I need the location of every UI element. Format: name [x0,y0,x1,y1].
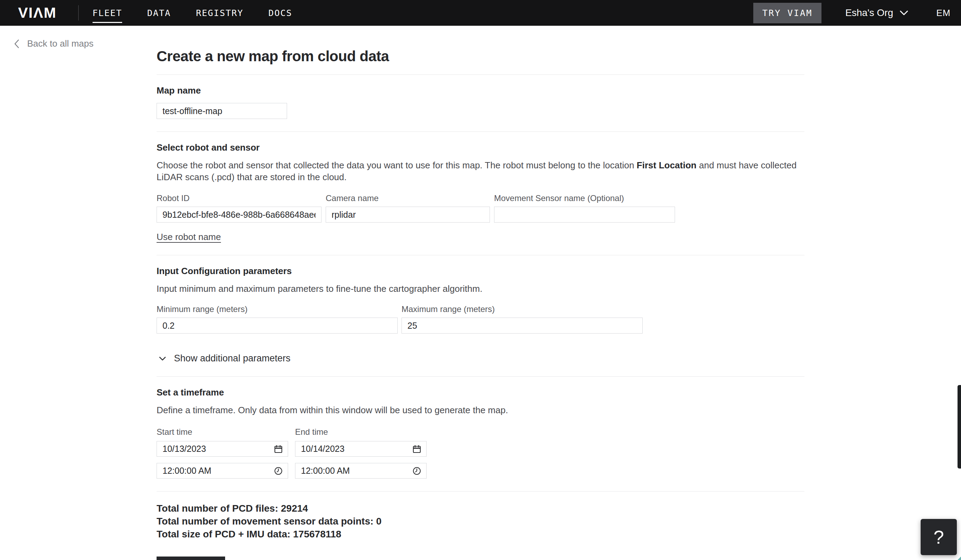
config-params-description: Input minimum and maximum parameters to … [157,283,804,295]
robot-id-field: Robot ID [157,193,321,223]
max-range-input[interactable] [402,318,643,334]
section-robot-sensor: Select robot and sensor Choose the robot… [157,132,804,255]
end-time-input[interactable]: 12:00:00 AM [295,463,427,478]
start-time-label: Start time [157,427,288,437]
end-date-input[interactable]: 10/14/2023 [295,441,427,457]
max-range-field: Maximum range (meters) [402,304,643,334]
location-name: First Location [637,160,697,170]
primary-nav: FLEET DATA REGISTRY DOCS [93,0,317,26]
start-time-input[interactable]: 12:00:00 AM [157,463,288,478]
total-pcd-files: Total number of PCD files: 29214 [157,502,804,515]
use-robot-name-link[interactable]: Use robot name [157,232,221,242]
robot-sensor-heading: Select robot and sensor [157,142,804,153]
min-range-field: Minimum range (meters) [157,304,398,334]
calendar-icon [412,444,421,454]
camera-name-label: Camera name [326,193,490,203]
viam-logo[interactable]: VIΛM [18,5,57,21]
end-time-value: 12:00:00 AM [301,466,350,476]
section-config-params: Input Configuration parameters Input min… [157,255,804,377]
chevron-left-icon [14,39,19,49]
timeframe-description: Define a timeframe. Only data from withi… [157,404,804,416]
end-time-label: End time [295,427,427,437]
show-additional-parameters-label: Show additional parameters [174,353,291,364]
start-date-value: 10/13/2023 [162,444,206,454]
camera-name-input[interactable] [326,207,490,223]
section-timeframe: Set a timeframe Define a timeframe. Only… [157,377,804,491]
max-range-label: Maximum range (meters) [402,304,643,314]
end-time-field: End time 10/14/2023 12:00:00 AM [295,427,427,478]
nav-divider [78,5,79,21]
try-viam-button[interactable]: TRY VIAM [753,3,821,23]
top-nav: VIΛM FLEET DATA REGISTRY DOCS TRY VIAM E… [0,0,961,26]
camera-name-field: Camera name [326,193,490,223]
page-title: Create a new map from cloud data [157,48,804,75]
clock-icon [412,467,421,475]
section-summary: Total number of PCD files: 29214 Total n… [157,491,804,560]
robot-sensor-description: Choose the robot and sensor that collect… [157,159,804,183]
robot-id-input[interactable] [157,207,321,223]
nav-item-registry[interactable]: REGISTRY [196,0,243,26]
help-button[interactable]: ? [921,519,957,555]
robot-id-label: Robot ID [157,193,321,203]
chevron-down-icon [159,356,166,361]
movement-sensor-label: Movement Sensor name (Optional) [494,193,675,203]
chevron-down-icon [900,10,908,16]
end-date-value: 10/14/2023 [301,444,344,454]
calendar-icon [274,444,283,454]
min-range-input[interactable] [157,318,398,334]
timeframe-heading: Set a timeframe [157,387,804,398]
org-name: Esha's Org [845,7,893,18]
range-fields: Minimum range (meters) Maximum range (me… [157,304,804,334]
nav-item-data[interactable]: DATA [147,0,171,26]
create-map-form: Create a new map from cloud data Map nam… [157,48,804,560]
user-menu-button[interactable]: EM [936,8,951,18]
corner-widget-artifact [958,557,961,560]
map-name-input[interactable] [157,103,287,119]
scrollbar-thumb[interactable] [958,385,961,469]
start-time-field: Start time 10/13/2023 12:00:00 AM [157,427,288,478]
org-switcher[interactable]: Esha's Org [845,7,908,18]
total-movement-sensor-points: Total number of movement sensor data poi… [157,515,804,528]
total-data-size: Total size of PCD + IMU data: 175678118 [157,528,804,541]
config-params-heading: Input Configuration parameters [157,266,804,276]
section-map-name: Map name [157,75,804,132]
robot-sensor-fields: Robot ID Camera name Movement Sensor nam… [157,193,804,223]
nav-item-fleet[interactable]: FLEET [93,0,122,26]
back-link[interactable]: Back to all maps [14,38,93,49]
movement-sensor-field: Movement Sensor name (Optional) [494,193,675,223]
movement-sensor-input[interactable] [494,207,675,223]
nav-right: TRY VIAM Esha's Org EM [753,3,961,23]
start-date-input[interactable]: 10/13/2023 [157,441,288,457]
clock-icon [274,467,283,475]
show-additional-parameters-toggle[interactable]: Show additional parameters [159,353,804,364]
min-range-label: Minimum range (meters) [157,304,398,314]
start-time-value: 12:00:00 AM [162,466,211,476]
timeframe-fields: Start time 10/13/2023 12:00:00 AM [157,427,804,478]
back-link-label: Back to all maps [27,38,93,49]
map-name-label: Map name [157,85,201,96]
generate-map-button[interactable]: Generate map [157,557,225,560]
nav-item-docs[interactable]: DOCS [268,0,292,26]
